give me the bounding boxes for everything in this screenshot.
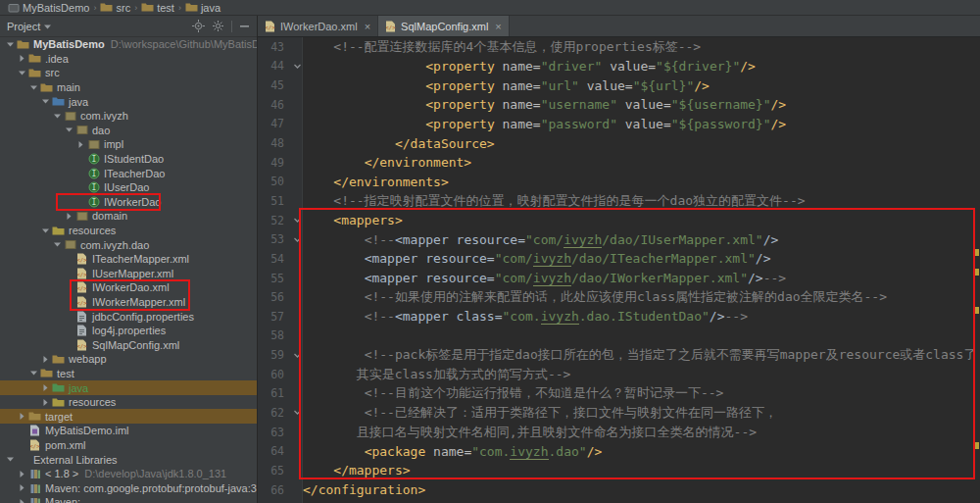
code-line-63[interactable]: 63且接口名与映射文件名相同,并且映射文件命名为接口全类名的情况--> xyxy=(258,423,980,442)
code-line-49[interactable]: 49</environment> xyxy=(258,153,980,173)
tree-item-maven-com.google.protobuf-protobuf-java-3.6.1[interactable]: Maven: com.google.protobuf:protobuf-java… xyxy=(0,480,257,495)
tree-item-impl[interactable]: impl xyxy=(0,137,257,152)
tab-close-icon[interactable]: × xyxy=(365,21,370,32)
code-line-61[interactable]: 61<!--目前这个功能运行报错，不知道是什么？暂时记录一下--> xyxy=(258,384,980,404)
hide-icon[interactable] xyxy=(239,21,250,31)
tree-item-com.ivyzh.dao[interactable]: com.ivyzh.dao xyxy=(0,237,257,252)
fold-icon[interactable] xyxy=(291,351,303,360)
breadcrumb-item-java[interactable]: java xyxy=(182,0,223,16)
tree-item-test[interactable]: test xyxy=(0,367,257,381)
chevron-right-icon[interactable] xyxy=(39,383,51,392)
code-line-45[interactable]: 45<property name="url" value="${url}"/> xyxy=(258,75,980,95)
tree-item-jdbcconfig.properties[interactable]: jdbcConfig.properties xyxy=(0,309,257,324)
fold-icon[interactable] xyxy=(291,62,303,71)
breadcrumb-item-test[interactable]: test xyxy=(138,0,177,16)
chevron-right-icon[interactable] xyxy=(16,412,27,421)
tree-item-iworkerdao.xml[interactable]: </>IWorkerDao.xml xyxy=(0,280,257,295)
tab-close-icon[interactable]: × xyxy=(495,21,501,32)
code-line-54[interactable]: 54<mapper resource="com/ivyzh/dao/ITeach… xyxy=(258,249,980,269)
tree-item-mybatisdemo[interactable]: MyBatisDemoD:\workspace\Github\MyBatisDe… xyxy=(0,37,257,52)
code-line-56[interactable]: 56<!--如果使用的注解来配置的话，此处应该使用class属性指定被注解的da… xyxy=(258,287,980,307)
chevron-down-icon[interactable] xyxy=(51,112,63,121)
xml-icon: </> xyxy=(27,439,42,451)
tree-item-main[interactable]: main xyxy=(0,80,257,95)
tree-item-dao[interactable]: dao xyxy=(0,124,257,138)
tree-item-pom.xml[interactable]: </>pom.xml xyxy=(0,438,257,453)
chevron-down-icon[interactable] xyxy=(27,369,39,377)
chevron-right-icon[interactable] xyxy=(16,470,27,478)
tree-item-iuserdao[interactable]: IIUserDao xyxy=(0,180,257,195)
code-line-58[interactable]: 58 xyxy=(258,327,980,346)
code-area[interactable]: 43<!--配置连接数据库的4个基本信息，使用properties标签-->44… xyxy=(258,37,980,503)
code-text: <property name="password" value="${passw… xyxy=(303,117,786,131)
code-line-57[interactable]: 57<!--<mapper class="com.ivyzh.dao.IStud… xyxy=(258,307,980,327)
code-line-47[interactable]: 47<property name="password" value="${pas… xyxy=(258,115,980,134)
chevron-right-icon[interactable] xyxy=(16,54,27,63)
code-line-59[interactable]: 59<!--pack标签是用于指定dao接口所在的包，当指定了之后就不需要再写m… xyxy=(258,345,980,365)
chevron-down-icon[interactable] xyxy=(51,240,63,249)
line-number: 47 xyxy=(258,117,291,130)
tab-sqlmapconfig.xml[interactable]: </>SqlMapConfig.xml× xyxy=(378,16,510,36)
tree-item-resources[interactable]: resources xyxy=(0,395,257,410)
tree-item-iworkermapper.xml[interactable]: </>IWorkerMapper.xml xyxy=(0,295,257,310)
tree-item-resources[interactable]: resources xyxy=(0,224,257,238)
fold-icon[interactable] xyxy=(291,216,303,225)
code-line-60[interactable]: 60其实是class加载方式的简写方式--> xyxy=(258,365,980,384)
tree-item-external-libraries[interactable]: External Libraries xyxy=(0,452,257,467)
locate-icon[interactable] xyxy=(192,20,205,32)
chevron-right-icon[interactable] xyxy=(63,212,74,221)
tree-item-target[interactable]: target xyxy=(0,409,257,424)
tree-item-iteachermapper.xml[interactable]: </>ITeacherMapper.xml xyxy=(0,252,257,267)
tree-item-sqlmapconfig.xml[interactable]: </>SqlMapConfig.xml xyxy=(0,337,257,352)
tree-item-com.ivyzh[interactable]: com.ivyzh xyxy=(0,109,257,124)
tab-iworkerdao.xml[interactable]: </>IWorkerDao.xml× xyxy=(258,16,378,36)
chevron-right-icon[interactable] xyxy=(39,355,51,364)
code-line-51[interactable]: 51<!--指定映射配置文件的位置，映射配置文件指的是每一个dao独立的配置文件… xyxy=(258,191,980,211)
code-line-66[interactable]: 66</configuration> xyxy=(258,480,980,500)
code-line-43[interactable]: 43<!--配置连接数据库的4个基本信息，使用properties标签--> xyxy=(258,37,980,57)
tree-item-webapp[interactable]: webapp xyxy=(0,352,257,367)
chevron-right-icon[interactable] xyxy=(74,140,86,149)
chevron-right-icon[interactable] xyxy=(16,498,27,503)
tree-item-log4j.properties[interactable]: log4j.properties xyxy=(0,324,257,338)
panel-title[interactable]: Project xyxy=(7,21,43,32)
chevron-down-icon[interactable] xyxy=(27,83,39,92)
breadcrumb-item-mybatisdemo[interactable]: MyBatisDemo xyxy=(5,0,92,16)
chevron-right-icon[interactable] xyxy=(39,398,51,407)
code-line-52[interactable]: 52<mappers> xyxy=(258,211,980,230)
chevron-down-icon[interactable] xyxy=(39,97,51,106)
tree-item-mybatisdemo.iml[interactable]: MyBatisDemo.iml xyxy=(0,424,257,438)
chevron-down-icon[interactable] xyxy=(4,40,16,49)
fold-icon[interactable] xyxy=(291,235,303,244)
code-line-48[interactable]: 48</dataSource> xyxy=(258,133,980,153)
settings-icon[interactable] xyxy=(212,20,224,32)
tree-item-java[interactable]: java xyxy=(0,94,257,109)
code-line-55[interactable]: 55<mapper resource="com/ivyzh/dao/IWorke… xyxy=(258,269,980,288)
breadcrumb-item-src[interactable]: src xyxy=(97,0,133,16)
tree-item-maven[interactable]: Maven: … xyxy=(0,495,257,503)
chevron-down-icon[interactable] xyxy=(4,455,16,464)
code-line-46[interactable]: 46<property name="username" value="${use… xyxy=(258,95,980,115)
chevron-down-icon[interactable] xyxy=(43,23,52,31)
fold-icon[interactable] xyxy=(291,408,303,417)
tree-item-.idea[interactable]: .idea xyxy=(0,52,257,67)
code-line-50[interactable]: 50</environments> xyxy=(258,172,980,191)
tree-item-domain[interactable]: domain xyxy=(0,209,257,224)
chevron-down-icon[interactable] xyxy=(16,69,27,77)
tree-item-iworkerdao[interactable]: IIWorkerDao xyxy=(0,195,257,210)
tree-item-iteacherdao[interactable]: IITeacherDao xyxy=(0,166,257,180)
code-text: <package name="com.ivyzh.dao"/> xyxy=(303,444,602,459)
tree-item-iusermapper.xml[interactable]: </>IUserMapper.xml xyxy=(0,267,257,281)
code-line-44[interactable]: 44<property name="driver" value="${drive… xyxy=(258,57,980,76)
code-line-65[interactable]: 65</mappers> xyxy=(258,461,980,480)
tree-item-istudentdao[interactable]: IIStudentDao xyxy=(0,152,257,167)
code-line-64[interactable]: 64<package name="com.ivyzh.dao"/> xyxy=(258,441,980,461)
chevron-right-icon[interactable] xyxy=(16,483,27,492)
chevron-down-icon[interactable] xyxy=(39,226,51,235)
code-line-53[interactable]: 53<!--<mapper resource="com/ivyzh/dao/IU… xyxy=(258,229,980,249)
tree-item-java[interactable]: java xyxy=(0,380,257,395)
tree-item-src[interactable]: src xyxy=(0,66,257,80)
code-line-62[interactable]: 62<!--已经解决了：适用于类路径下，接口文件与映射文件在同一路径下， xyxy=(258,403,980,423)
tree-item-1.8[interactable]: < 1.8 >D:\develop\Java\jdk1.8.0_131 xyxy=(0,467,257,481)
chevron-down-icon[interactable] xyxy=(63,126,74,134)
